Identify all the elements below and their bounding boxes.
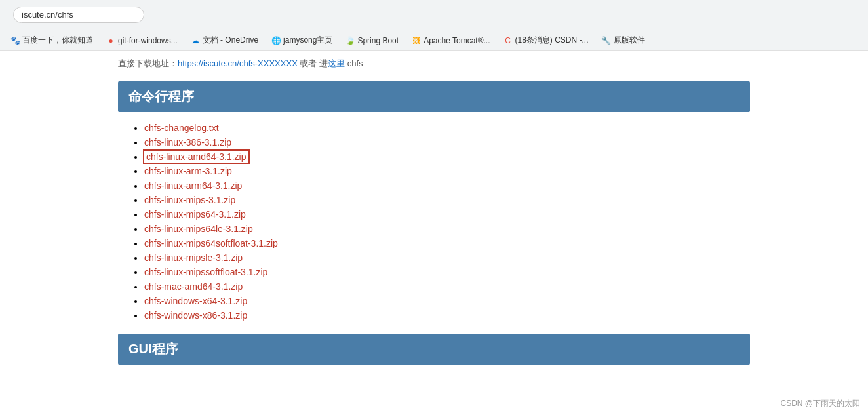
here-link[interactable]: 这里 [328, 58, 345, 68]
bookmark-label-onedrive: 文档 - OneDrive [203, 35, 258, 46]
bookmark-label-git-for-windows: git-for-windows... [118, 36, 178, 45]
file-link-file-11[interactable]: chfs-linux-mipssoftfloat-3.1.zip [144, 267, 267, 277]
file-link-file-6[interactable]: chfs-linux-mips-3.1.zip [144, 195, 235, 205]
section-header-cmd-section: 命令行程序 [118, 81, 750, 112]
bookmark-label-jamysong: jamysong主页 [283, 35, 332, 46]
bookmark-icon-jamysong: 🌐 [271, 36, 281, 45]
bookmark-csdn[interactable]: C(18条消息) CSDN -... [498, 33, 593, 48]
bookmark-baidu[interactable]: 🐾百度一下，你就知道 [5, 33, 98, 48]
bookmark-label-yuanban: 原版软件 [614, 35, 645, 46]
browser-chrome: iscute.cn/chfs [0, 0, 868, 30]
file-link-file-4[interactable]: chfs-linux-arm-3.1.zip [144, 166, 232, 176]
bookmark-onedrive[interactable]: ☁文档 - OneDrive [186, 33, 264, 48]
file-list-cmd-section: chfs-changelog.txtchfs-linux-386-3.1.zip… [118, 123, 750, 321]
bookmark-tomcat[interactable]: 🖼Apache Tomcat®... [406, 34, 495, 47]
list-item-file-2: chfs-linux-386-3.1.zip [144, 137, 750, 148]
file-link-file-13[interactable]: chfs-windows-x64-3.1.zip [144, 296, 247, 306]
bookmark-git-for-windows[interactable]: ●git-for-windows... [101, 34, 183, 47]
list-item-file-8: chfs-linux-mips64le-3.1.zip [144, 224, 750, 234]
list-item-file-1: chfs-changelog.txt [144, 123, 750, 133]
file-link-file-10[interactable]: chfs-linux-mipsle-3.1.zip [144, 252, 243, 263]
list-item-file-10: chfs-linux-mipsle-3.1.zip [144, 252, 750, 263]
list-item-file-9: chfs-linux-mips64softfloat-3.1.zip [144, 238, 750, 248]
bookmark-icon-onedrive: ☁ [191, 36, 200, 45]
file-link-file-9[interactable]: chfs-linux-mips64softfloat-3.1.zip [144, 238, 278, 248]
file-link-file-7[interactable]: chfs-linux-mips64-3.1.zip [144, 209, 246, 220]
list-item-file-11: chfs-linux-mipssoftfloat-3.1.zip [144, 267, 750, 277]
bookmark-icon-git-for-windows: ● [106, 36, 115, 45]
bookmark-springboot[interactable]: 🍃Spring Boot [340, 34, 404, 47]
bookmark-label-tomcat: Apache Tomcat®... [424, 36, 490, 45]
section-header-gui-section: GUI程序 [118, 334, 750, 365]
list-item-file-13: chfs-windows-x64-3.1.zip [144, 296, 750, 306]
file-link-file-1[interactable]: chfs-changelog.txt [144, 123, 219, 133]
bookmark-icon-baidu: 🐾 [10, 36, 20, 45]
top-link[interactable]: https://iscute.cn/chfs-XXXXXXX [178, 58, 298, 68]
file-link-file-3[interactable]: chfs-linux-amd64-3.1.zip [144, 151, 248, 163]
file-link-file-5[interactable]: chfs-linux-arm64-3.1.zip [144, 180, 242, 191]
list-item-file-4: chfs-linux-arm-3.1.zip [144, 166, 750, 176]
section-cmd-section: 命令行程序chfs-changelog.txtchfs-linux-386-3.… [118, 81, 750, 321]
list-item-file-6: chfs-linux-mips-3.1.zip [144, 195, 750, 205]
file-link-file-14[interactable]: chfs-windows-x86-3.1.zip [144, 310, 247, 321]
file-link-file-2[interactable]: chfs-linux-386-3.1.zip [144, 137, 231, 148]
file-link-file-8[interactable]: chfs-linux-mips64le-3.1.zip [144, 224, 253, 234]
bookmark-jamysong[interactable]: 🌐jamysong主页 [266, 33, 338, 48]
bookmark-yuanban[interactable]: 🔧原版软件 [597, 33, 650, 48]
bookmark-icon-tomcat: 🖼 [412, 36, 421, 45]
list-item-file-3: chfs-linux-amd64-3.1.zip [144, 151, 750, 162]
bookmark-label-csdn: (18条消息) CSDN -... [515, 35, 588, 46]
bookmark-icon-springboot: 🍃 [345, 36, 355, 45]
file-link-file-12[interactable]: chfs-mac-amd64-3.1.zip [144, 281, 243, 292]
address-bar[interactable]: iscute.cn/chfs [13, 7, 144, 23]
list-item-file-12: chfs-mac-amd64-3.1.zip [144, 281, 750, 292]
bookmarks-bar: 🐾百度一下，你就知道●git-for-windows...☁文档 - OneDr… [0, 30, 868, 51]
bookmark-label-baidu: 百度一下，你就知道 [22, 35, 93, 46]
bookmark-icon-csdn: C [503, 36, 512, 45]
bookmark-label-springboot: Spring Boot [357, 36, 399, 45]
top-note: 直接下载地址：https://iscute.cn/chfs-XXXXXXX 或者… [0, 58, 868, 75]
list-item-file-5: chfs-linux-arm64-3.1.zip [144, 180, 750, 191]
bookmark-icon-yuanban: 🔧 [602, 36, 611, 45]
page-content: 直接下载地址：https://iscute.cn/chfs-XXXXXXX 或者… [0, 51, 868, 365]
section-gui-section: GUI程序 [118, 334, 750, 365]
list-item-file-14: chfs-windows-x86-3.1.zip [144, 310, 750, 321]
list-item-file-7: chfs-linux-mips64-3.1.zip [144, 209, 750, 220]
